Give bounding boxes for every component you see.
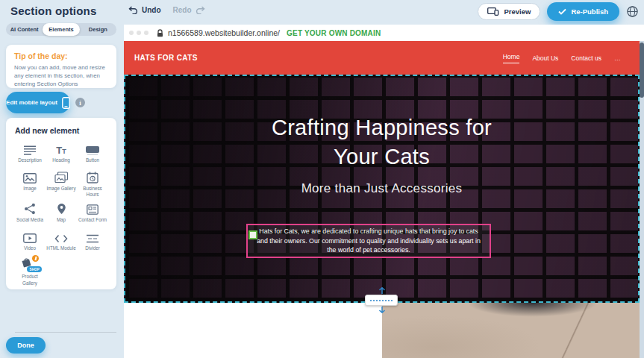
site-url[interactable]: n1566589.websitebuilder.online/ [168,28,280,37]
hero-section-selected[interactable]: Crafting Happiness for Your Cats More th… [124,75,640,303]
browser-dot [129,31,134,35]
hero-subheading: More than Just Accessories [125,181,638,196]
preview-scrollbar [640,41,644,358]
image-gallery-icon [54,170,69,183]
nav-about[interactable]: About Us [532,54,558,62]
redo-icon [196,6,205,14]
tip-card: Tip of the day: Now you can add, move an… [6,45,116,88]
browser-dot [137,31,141,35]
redo-button[interactable]: Redo [173,6,205,14]
element-button[interactable]: Button [78,142,107,166]
add-element-title: Add new element [15,126,107,135]
product-gallery-icon: SHOP [20,258,40,271]
edit-mobile-label: Edit mobile layout [6,99,57,106]
element-label: Business Hours [78,186,107,198]
shop-badge: SHOP [27,266,42,272]
element-label: Button [86,157,99,163]
republish-button[interactable]: Re-Publish [547,2,619,21]
undo-label: Undo [142,6,161,14]
topbar-actions: Preview Re-Publish [478,2,639,21]
button-icon [85,142,100,155]
element-label: Video [24,245,36,251]
hero-heading: Crafting Happiness for Your Cats [125,113,638,172]
site-nav: Home About Us Contact us … [503,53,622,63]
element-divider[interactable]: Divider [78,230,107,254]
preview-label: Preview [504,7,531,16]
nav-more-icon[interactable]: … [614,54,622,62]
element-label: Image [23,186,37,192]
globe-icon[interactable] [626,5,639,18]
republish-label: Re-Publish [571,7,608,16]
element-html-module[interactable]: HTML Module [46,230,76,254]
hero-paragraph: Hats for Cats, we are dedicated to craft… [255,227,482,255]
element-label: Product Gallery [15,274,45,286]
sidebar-tabs: AI Content Elements Design [6,23,116,36]
info-icon[interactable]: i [75,98,85,107]
edit-mobile-layout-button[interactable]: Edit mobile layout [6,92,70,113]
devices-icon [487,7,499,16]
tip-title: Tip of the day: [14,51,108,60]
map-pin-icon [57,201,66,215]
phone-icon [62,97,70,109]
element-label: Divider [85,245,100,251]
element-video[interactable]: Video [15,230,45,254]
divider-icon [86,230,99,243]
preview-button[interactable]: Preview [478,3,540,20]
done-button[interactable]: Done [6,337,46,354]
price-tag-badge [32,255,39,262]
tab-elements[interactable]: Elements [43,23,79,36]
browser-dots [129,31,149,35]
site-header[interactable]: HATS FOR CATS Home About Us Contact us … [124,41,640,75]
element-label: Map [57,217,66,223]
carpet-photo [382,303,640,358]
sidebar-divider [15,332,116,333]
description-icon [23,142,37,155]
lock-icon [157,29,163,37]
element-grid: Description TT Heading Button Image Imag… [15,142,107,286]
html-module-icon [54,230,68,243]
element-label: Contact Form [78,217,107,223]
undo-redo-group: Undo Redo [128,6,205,14]
element-business-hours[interactable]: Business Hours [78,170,107,198]
element-image[interactable]: Image [15,170,45,198]
element-map[interactable]: Map [46,201,76,226]
browser-dot [144,31,149,35]
social-media-icon [24,201,36,215]
element-description[interactable]: Description [15,142,45,166]
business-hours-icon [87,170,99,183]
element-social-media[interactable]: Social Media [15,201,45,226]
element-heading[interactable]: TT Heading [46,142,76,166]
element-label: HTML Module [46,245,75,251]
add-element-panel: Add new element Description TT Heading B… [6,118,116,289]
element-contact-form[interactable]: Contact Form [78,201,107,226]
undo-icon [128,6,138,14]
get-domain-link[interactable]: GET YOUR OWN DOMAIN [287,29,381,37]
element-label: Image Gallery [46,186,75,192]
tab-ai-content[interactable]: AI Content [6,23,43,36]
section-resize-handle[interactable] [365,295,398,306]
nav-home[interactable]: Home [503,53,520,63]
tab-design[interactable]: Design [80,23,116,36]
arrow-down-icon [378,306,386,313]
contact-form-icon [87,201,99,215]
element-image-gallery[interactable]: Image Gallery [46,170,76,198]
video-icon [23,230,37,243]
heading-icon: TT [56,142,66,155]
browser-bar: n1566589.websitebuilder.online/ GET YOUR… [124,25,644,41]
element-product-gallery[interactable]: SHOP Product Gallery [15,258,45,286]
hero-paragraph-box[interactable]: Hats for Cats, we are dedicated to craft… [246,224,491,258]
element-label: Heading [52,157,69,163]
check-icon [558,8,566,15]
redo-label: Redo [173,6,192,14]
element-drag-handle[interactable] [248,230,257,239]
site-frame: HATS FOR CATS Home About Us Contact us …… [124,41,640,358]
app-root: Section options Undo Redo Preview Re-Pub… [0,0,644,358]
site-preview: n1566589.websitebuilder.online/ GET YOUR… [124,25,644,358]
element-label: Description [18,157,42,163]
image-icon [23,170,37,183]
arrow-up-icon [378,287,386,295]
scrollbar-thumb[interactable] [640,43,644,98]
undo-button[interactable]: Undo [128,6,161,14]
element-label: Social Media [16,217,43,223]
nav-contact[interactable]: Contact us [571,54,601,62]
